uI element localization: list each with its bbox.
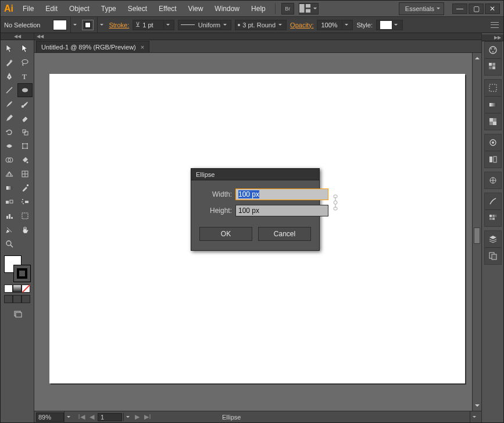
hand-tool[interactable] (17, 223, 33, 237)
menu-type[interactable]: Type (95, 1, 122, 16)
stroke-weight-field[interactable]: ⊻ (133, 20, 174, 30)
bridge-button[interactable]: Br (281, 3, 294, 15)
layers-panel-button[interactable] (485, 231, 501, 247)
stroke-color-swatch[interactable] (13, 265, 31, 282)
stroke-weight-input[interactable] (141, 21, 163, 29)
last-artboard-button[interactable]: ▶I (143, 413, 152, 421)
pen-tool[interactable] (2, 69, 17, 83)
none-mode-button[interactable] (22, 285, 30, 293)
style-dropdown[interactable] (392, 20, 400, 30)
eraser-tool[interactable] (17, 111, 33, 125)
shape-builder-tool[interactable] (2, 153, 17, 167)
expand-panels-left-icon[interactable]: ◀◀ (34, 33, 481, 40)
column-graph-tool[interactable] (2, 209, 17, 223)
status-menu-icon[interactable] (470, 411, 478, 422)
fill-dropdown[interactable] (70, 17, 78, 33)
opacity-panel-link[interactable]: Opacity: (290, 22, 313, 29)
menu-effect[interactable]: Effect (153, 1, 182, 16)
next-artboard-button[interactable]: ▶ (133, 413, 142, 421)
stroke-panel-link[interactable]: Stroke: (109, 22, 129, 29)
menu-file[interactable]: File (17, 1, 40, 16)
pencil-tool[interactable] (2, 111, 17, 125)
gradient-panel-button[interactable] (485, 97, 501, 113)
brush-definition[interactable]: 3 pt. Round (235, 20, 287, 30)
gradient-tool[interactable] (2, 181, 17, 195)
menu-select[interactable]: Select (122, 1, 153, 16)
symbols-panel-button[interactable] (485, 172, 501, 189)
menu-window[interactable]: Window (209, 1, 245, 16)
live-paint-bucket-tool[interactable] (17, 153, 33, 167)
stroke-profile-dropdown[interactable] (220, 20, 228, 30)
control-bar-menu-icon[interactable] (489, 20, 500, 30)
line-segment-tool[interactable] (2, 83, 17, 97)
mesh-tool[interactable] (17, 167, 33, 181)
artboard-tool[interactable] (17, 209, 33, 223)
appearance-panel-button[interactable] (485, 134, 501, 151)
zoom-dropdown[interactable] (64, 411, 72, 422)
expand-panels-right-icon[interactable]: ▶▶ (482, 34, 503, 41)
brush-dropdown[interactable] (276, 20, 284, 30)
stroke-weight-dropdown[interactable] (163, 20, 171, 30)
swatches-panel-button[interactable] (485, 210, 501, 226)
artboard-dropdown[interactable] (123, 413, 131, 421)
prev-artboard-button[interactable]: ◀ (87, 413, 96, 421)
zoom-level-field[interactable]: 89% (36, 413, 64, 422)
stroke-swatch-dropdown[interactable] (97, 17, 105, 33)
draw-behind-button[interactable] (13, 295, 22, 303)
symbol-sprayer-tool[interactable] (17, 195, 33, 209)
rotate-tool[interactable] (2, 125, 17, 139)
draw-normal-button[interactable] (4, 295, 13, 303)
constrain-proportions-icon[interactable] (331, 194, 340, 211)
graphic-styles-panel-button[interactable] (485, 151, 501, 168)
arrange-documents-button[interactable] (299, 3, 319, 15)
artboards-panel-button[interactable] (485, 248, 501, 264)
opacity-dropdown[interactable] (342, 20, 350, 30)
vertical-scrollbar[interactable] (472, 53, 481, 411)
width-tool[interactable] (2, 139, 17, 153)
color-panel-button[interactable] (485, 42, 501, 58)
height-input[interactable] (235, 205, 328, 216)
color-mode-button[interactable] (4, 285, 13, 293)
close-tab-icon[interactable]: × (141, 44, 144, 51)
blend-tool[interactable] (2, 195, 17, 209)
brushes-panel-button[interactable] (485, 193, 501, 209)
color-guide-panel-button[interactable] (485, 59, 501, 75)
ellipse-tool[interactable] (17, 83, 33, 97)
opacity-input[interactable] (320, 21, 342, 29)
free-transform-tool[interactable] (17, 139, 33, 153)
width-input[interactable] (235, 189, 328, 200)
menu-help[interactable]: Help (245, 1, 271, 16)
perspective-grid-tool[interactable] (2, 167, 17, 181)
menu-edit[interactable]: Edit (40, 1, 63, 16)
paintbrush-tool[interactable] (2, 97, 17, 111)
zoom-tool[interactable] (2, 237, 17, 251)
draw-inside-button[interactable] (22, 295, 30, 303)
type-tool[interactable]: T (17, 69, 33, 83)
tools-collapse-icon[interactable]: ◀◀ (1, 33, 34, 40)
scroll-down-icon[interactable] (473, 403, 481, 411)
blob-brush-tool[interactable] (17, 97, 33, 111)
stroke-panel-button[interactable] (485, 80, 501, 96)
dialog-title[interactable]: Ellipse (191, 169, 319, 180)
document-tab[interactable]: Untitled-1 @ 89% (RGB/Preview) × (36, 41, 149, 52)
scale-tool[interactable] (17, 125, 33, 139)
magic-wand-tool[interactable] (2, 55, 17, 69)
stroke-swatch[interactable] (82, 20, 94, 30)
minimize-button[interactable]: — (452, 3, 467, 14)
cancel-button[interactable]: Cancel (258, 227, 311, 241)
workspace-switcher[interactable]: Essentials (399, 2, 444, 15)
first-artboard-button[interactable]: I◀ (77, 413, 86, 421)
close-button[interactable]: ✕ (485, 3, 500, 14)
maximize-button[interactable]: ▢ (469, 3, 484, 14)
fill-swatch[interactable] (53, 20, 67, 30)
stroke-profile[interactable]: Uniform (178, 20, 231, 30)
scrollbar-thumb[interactable] (474, 228, 480, 244)
screen-mode-button[interactable] (10, 307, 25, 321)
slice-tool[interactable] (2, 223, 17, 237)
gradient-mode-button[interactable] (13, 285, 22, 293)
eyedropper-tool[interactable] (17, 181, 33, 195)
scroll-up-icon[interactable] (473, 53, 481, 61)
selection-tool[interactable] (2, 41, 17, 55)
artboard-number-field[interactable]: 1 (98, 413, 122, 421)
transparency-panel-button[interactable] (485, 113, 501, 130)
